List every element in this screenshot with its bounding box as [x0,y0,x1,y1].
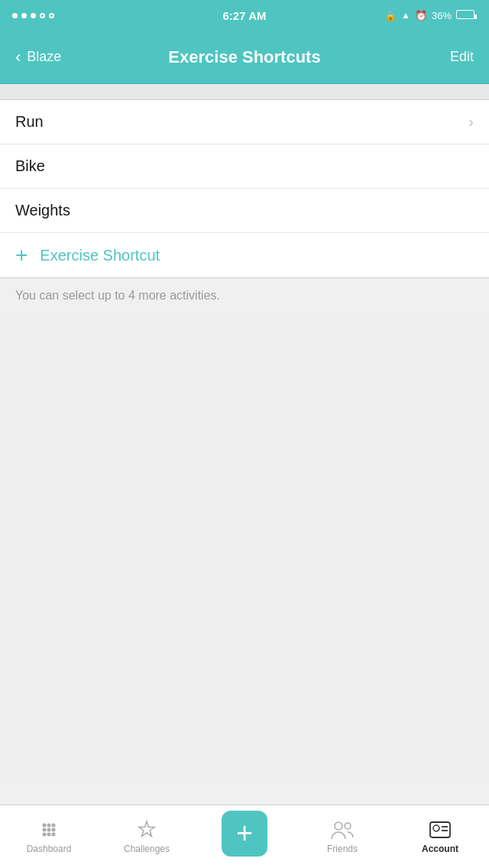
weights-label: Weights [15,202,70,219]
run-label: Run [15,113,44,131]
svg-point-7 [47,833,51,837]
friends-tab-label: Friends [327,844,358,854]
shortcuts-list: Run › Bike Weights + Exercise Shortcut [0,99,489,278]
section-spacer [0,84,489,99]
svg-point-0 [43,824,47,828]
add-shortcut-label: Exercise Shortcut [40,247,160,264]
signal-dot-2 [21,13,27,18]
battery-icon [456,10,477,21]
signal-dot-1 [12,13,18,18]
signal-dot-4 [40,13,45,18]
svg-point-5 [52,828,56,832]
challenges-tab-label: Challenges [124,844,170,854]
back-label: Blaze [27,49,61,65]
bike-label: Bike [15,157,45,175]
back-button[interactable]: ‹ Blaze [15,49,61,66]
svg-point-12 [433,825,439,831]
status-time: 6:27 AM [223,9,267,22]
tab-challenges[interactable]: Challenges [98,805,196,868]
svg-point-1 [47,824,51,828]
lock-icon: 🔒 [384,10,397,21]
challenges-icon [136,819,157,840]
tab-dashboard[interactable]: Dashboard [0,805,98,868]
add-icon: + [236,818,253,847]
add-button[interactable]: + [222,811,267,857]
add-shortcut-button[interactable]: + Exercise Shortcut [0,233,489,277]
run-chevron-icon: › [468,113,474,131]
nav-bar: ‹ Blaze Exercise Shortcuts Edit [0,31,489,84]
add-plus-icon: + [15,245,28,266]
status-bar: 6:27 AM 🔒 ▲ ⏰ 36% [0,0,489,31]
status-right: 🔒 ▲ ⏰ 36% [384,10,477,21]
main-content-area [0,313,489,779]
info-text: You can select up to 4 more activities. [15,289,220,302]
account-icon [429,819,452,840]
tab-friends[interactable]: Friends [293,805,391,868]
location-icon: ▲ [401,10,410,21]
back-chevron-icon: ‹ [15,49,21,66]
battery-percent: 36% [432,10,452,21]
tab-add[interactable]: + [196,805,293,868]
dashboard-icon [38,819,60,840]
svg-point-8 [52,833,56,837]
account-tab-label: Account [422,844,458,854]
list-item-weights[interactable]: Weights [0,189,489,233]
svg-point-3 [43,828,47,832]
alarm-icon: ⏰ [415,10,427,21]
tab-account[interactable]: Account [391,805,489,868]
svg-point-2 [52,824,56,828]
nav-title: Exercise Shortcuts [168,47,320,67]
signal-indicators [12,13,54,18]
signal-dot-3 [31,13,36,18]
signal-dot-5 [49,13,54,18]
svg-point-9 [335,822,342,830]
friends-icon [330,819,355,840]
edit-button[interactable]: Edit [450,49,474,65]
svg-point-10 [345,823,351,829]
list-item-run[interactable]: Run › [0,100,489,144]
svg-point-6 [43,833,47,837]
svg-point-4 [47,828,51,832]
list-item-bike[interactable]: Bike [0,144,489,189]
info-section: You can select up to 4 more activities. [0,278,489,313]
tab-bar: Dashboard Challenges + Friends Account [0,805,489,868]
dashboard-tab-label: Dashboard [27,844,72,854]
time-display: 6:27 AM [223,9,267,22]
